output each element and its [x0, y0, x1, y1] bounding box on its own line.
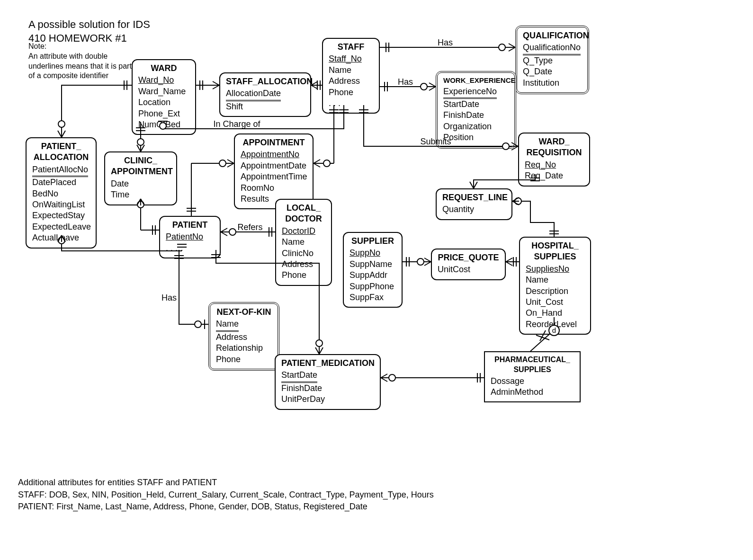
entity-patient-allocation: PATIENT_ALLOCATION PatientAllocNo DatePl…	[26, 137, 97, 249]
entity-ward: WARD Ward_No Ward_Name Location Phone_Ex…	[132, 59, 196, 135]
attr: . . .	[329, 98, 373, 109]
entity-pharmaceutical-supplies: PHARMACEUTICAL_SUPPLIES Dossage AdminMet…	[484, 351, 581, 402]
label-has: Has	[161, 293, 177, 302]
page-title: A possible solution for IDS 410 HOMEWORK…	[28, 18, 150, 45]
attr: Institution	[523, 78, 582, 89]
attr: Address	[216, 332, 272, 343]
entity-patient-medication: PATIENT_MEDICATION StartDate FinishDate …	[275, 354, 381, 410]
attr-appointment-no: AppointmentNo	[241, 149, 307, 160]
attr: SuppAddr	[350, 270, 396, 281]
attr: ClinicNo	[282, 248, 325, 259]
attr-patient-no: PatientNo	[166, 231, 214, 242]
attr: FinishDate	[443, 110, 509, 121]
entity-label: CLINIC_APPOINTMENT	[111, 155, 170, 178]
attr: OnWaitingList	[32, 199, 90, 210]
attr: ExpectedLeave	[32, 222, 90, 232]
entity-supplier: SUPPLIER SuppNo SuppName SuppAddr SuppPh…	[343, 232, 403, 308]
attr: Phone	[216, 354, 272, 365]
entity-label: PATIENT_ALLOCATION	[32, 141, 90, 164]
attr: Req_Date	[525, 170, 583, 181]
entity-label: WARD	[138, 63, 189, 75]
entity-label: PATIENT_MEDICATION	[281, 358, 374, 370]
attr: AdminMethod	[491, 387, 574, 398]
attr: On_Hand	[526, 308, 584, 319]
entity-label: WARD_REQUISITION	[525, 136, 583, 160]
attr: SuppFax	[350, 292, 396, 303]
attr-staff-no: Staff_No	[329, 53, 373, 64]
entity-appointment: APPOINTMENT AppointmentNo AppointmentDat…	[234, 133, 314, 209]
attr: Dossage	[491, 376, 574, 387]
attr: Description	[526, 286, 584, 297]
entity-clinic-appointment: CLINIC_APPOINTMENT Date Time	[104, 151, 177, 205]
entity-request-line: REQUEST_LINE Quantity	[436, 188, 512, 220]
label-refers: Refers	[237, 222, 262, 232]
entity-patient: PATIENT PatientNo . . .	[159, 216, 221, 258]
label-has: Has	[438, 38, 453, 47]
attr: Phone	[329, 87, 373, 98]
entity-label: HOSPITAL_SUPPLIES	[526, 240, 584, 264]
attr-req-no: Req_No	[525, 160, 583, 170]
entity-label: REQUEST_LINE	[442, 192, 506, 204]
attr-doctor-id: DoctorID	[282, 226, 325, 237]
attr: Quantity	[442, 204, 506, 215]
attr: ReorderLevel	[526, 319, 584, 330]
attr: SuppName	[350, 259, 396, 270]
attr-pat-alloc-no: PatientAllocNo	[32, 164, 88, 177]
entity-price-quote: PRICE_QUOTE UnitCost	[431, 249, 506, 280]
entity-label: APPOINTMENT	[241, 137, 307, 149]
entity-label: STAFF_ALLOCATION	[226, 76, 305, 88]
attr-ward-no: Ward_No	[138, 75, 189, 86]
entity-qualification: QUALIFICATION QualificationNo Q_Type Q_D…	[515, 26, 589, 94]
attr: AppointmentDate	[241, 160, 307, 171]
attr: Relationship	[216, 343, 272, 354]
svg-line-20	[530, 334, 549, 351]
attr: Address	[329, 76, 373, 87]
attr: ActualLeave	[32, 232, 90, 243]
attr: Name	[329, 65, 373, 76]
attr-supp-no: SuppNo	[350, 248, 396, 258]
attr-qualification-no: QualificationNo	[523, 42, 581, 55]
entity-label: QUALIFICATION	[523, 30, 582, 42]
attr: Phone_Ext	[138, 108, 189, 119]
entity-label: SUPPLIER	[350, 236, 396, 248]
attr: Address	[282, 259, 325, 270]
attr: Location	[138, 97, 189, 108]
attr: FinishDate	[281, 383, 374, 394]
attr-start-date: StartDate	[281, 370, 317, 382]
attr: SuppPhone	[350, 281, 396, 292]
attr: BedNo	[32, 188, 90, 199]
attr: Q_Date	[523, 66, 582, 77]
attr: DatePlaced	[32, 177, 90, 188]
note: Note: An attribute with double underline…	[28, 42, 137, 81]
attr-experience-no: ExperienceNo	[443, 86, 497, 99]
attr: Name	[526, 275, 584, 285]
entity-label: PHARMACEUTICAL_SUPPLIES	[491, 355, 574, 376]
entity-label: WORK_EXPERIENCE	[443, 76, 509, 86]
attr: Name	[282, 237, 325, 248]
entity-ward-requisition: WARD_REQUISITION Req_No Req_Date	[518, 133, 590, 187]
attr: UnitPerDay	[281, 394, 374, 405]
attr: . . .	[166, 243, 214, 254]
attr: Shift	[226, 101, 305, 112]
entity-staff-allocation: STAFF_ALLOCATION AllocationDate Shift	[219, 72, 311, 117]
footer-notes: Additional attributes for entities STAFF…	[18, 477, 434, 513]
attr: RoomNo	[241, 183, 307, 194]
attr: Date	[111, 178, 170, 189]
entity-work-experience: WORK_EXPERIENCE ExperienceNo StartDate F…	[436, 71, 516, 149]
attr: Ward_Name	[138, 86, 189, 97]
attr: StartDate	[443, 99, 509, 110]
entity-label: NEXT-OF-KIN	[216, 307, 272, 319]
entity-local-doctor: LOCAL_DOCTOR DoctorID Name ClinicNo Addr…	[275, 199, 332, 286]
entity-label: STAFF	[329, 42, 373, 53]
entity-hospital-supplies: HOSPITAL_SUPPLIES SuppliesNo Name Descri…	[519, 237, 591, 335]
entity-label: PRICE_QUOTE	[438, 252, 499, 264]
attr: Position	[443, 132, 509, 143]
label-has: Has	[398, 77, 413, 87]
attr: Q_Type	[523, 55, 582, 66]
attr-supplies-no: SuppliesNo	[526, 264, 584, 275]
attr: AppointmentTime	[241, 171, 307, 182]
entity-label: LOCAL_DOCTOR	[282, 203, 325, 226]
entity-next-of-kin: NEXT-OF-KIN Name Address Relationship Ph…	[208, 302, 279, 371]
attr: Organization	[443, 121, 509, 132]
attr: NumOfBed	[138, 119, 189, 130]
